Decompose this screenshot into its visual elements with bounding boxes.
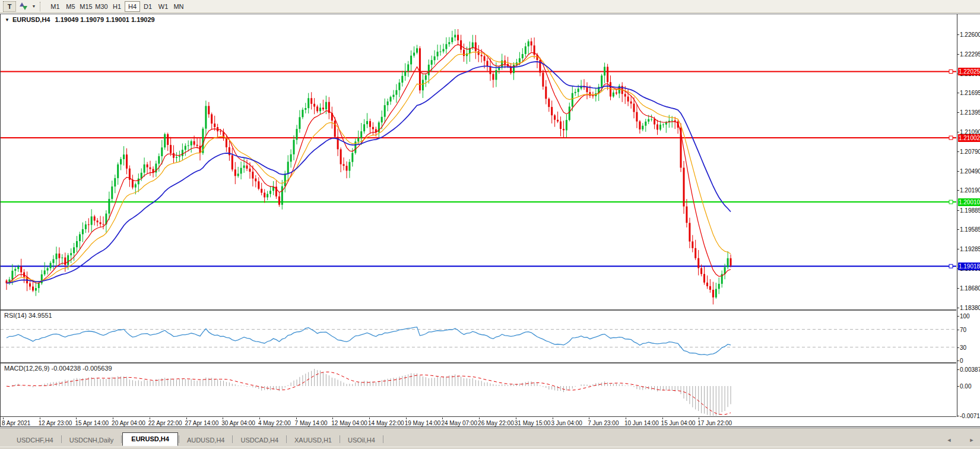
tab-separator xyxy=(383,435,383,443)
main-chart-pane[interactable] xyxy=(1,14,956,311)
rsi-indicator-label: RSI(14) 34.9551 xyxy=(4,312,52,319)
chart-tab-usoil[interactable]: USOil,H4 xyxy=(341,435,382,446)
time-tick-label: 26 May 22:00 xyxy=(478,420,514,426)
time-tick-label: 15 Apr 14:00 xyxy=(75,420,109,426)
time-tick-mark xyxy=(553,418,553,419)
time-tick-label: 8 Apr 2021 xyxy=(2,420,30,426)
time-tick-mark xyxy=(516,418,516,419)
chart-tab-usdcnh[interactable]: USDCNH,Daily xyxy=(62,435,121,446)
toolbar: T ▼ M1M5M15M30H1H4D1W1MN xyxy=(0,0,980,13)
tab-scroll-left-button[interactable]: ◄ xyxy=(946,437,953,443)
time-tick-label: 17 Jun 22:00 xyxy=(697,420,732,426)
price-tick-label: 1.19585 xyxy=(960,226,980,233)
rsi-tick-label: 100 xyxy=(960,313,980,320)
time-tick-mark xyxy=(662,418,663,419)
time-tick-label: 10 Jun 14:00 xyxy=(624,420,659,426)
chart-tab-xauusd[interactable]: XAUUSD,H1 xyxy=(287,435,339,446)
time-tick-label: 12 May 04:00 xyxy=(331,420,367,426)
macd-tick-label: -0.00719 xyxy=(960,413,980,419)
time-tick-label: 7 May 14:00 xyxy=(295,420,328,426)
timeframe-button-group: M1M5M15M30H1H4D1W1MN xyxy=(47,1,186,12)
tab-separator xyxy=(121,435,122,443)
timeframe-button-m1[interactable]: M1 xyxy=(47,1,63,12)
timeframe-button-h1[interactable]: H1 xyxy=(109,1,125,12)
price-tick-label: 1.21695 xyxy=(960,90,980,96)
time-tick-mark xyxy=(479,418,480,419)
price-tick-label: 1.20490 xyxy=(960,168,980,175)
time-tick-mark xyxy=(40,418,40,419)
rsi-name: RSI(14) xyxy=(4,312,27,319)
price-tick-label: 1.21395 xyxy=(960,109,980,116)
price-tick-label: 1.18680 xyxy=(960,285,980,292)
macd-tick-label: 0.003873 xyxy=(960,366,980,373)
chart-tab-bar: USDCHF,H4USDCNH,DailyEURUSD,H4AUDUSD,H4U… xyxy=(0,428,980,447)
timeframe-button-m15[interactable]: M15 xyxy=(78,1,94,12)
time-tick-label: 27 Apr 14:00 xyxy=(185,420,219,426)
price-tick-label: 1.20190 xyxy=(960,187,980,194)
time-axis[interactable]: 8 Apr 202112 Apr 23:0015 Apr 14:0020 Apr… xyxy=(1,418,956,428)
arrows-dropdown-caret-icon[interactable]: ▼ xyxy=(30,1,37,12)
time-tick-label: 14 May 22:00 xyxy=(368,420,404,426)
time-tick-mark xyxy=(223,418,223,419)
price-line-tag: 1.22025 xyxy=(958,68,980,75)
toolbar-grip xyxy=(40,2,44,11)
time-tick-mark xyxy=(589,418,589,419)
chart-tab-usdcad[interactable]: USDCAD,H4 xyxy=(233,435,286,446)
chart-tab-audusd[interactable]: AUDUSD,H4 xyxy=(180,435,232,446)
price-line-tag: 1.21002 xyxy=(958,134,980,142)
timeframe-button-m5[interactable]: M5 xyxy=(63,1,78,12)
time-tick-mark xyxy=(3,418,4,419)
arrows-tool-button[interactable] xyxy=(16,1,30,12)
mt4-window: T ▼ M1M5M15M30H1H4D1W1MN ▼EURUSD,H41.190… xyxy=(0,0,980,449)
time-tick-label: 30 Apr 04:00 xyxy=(221,420,255,426)
price-tick-label: 1.19885 xyxy=(960,207,980,214)
chart-tab-usdchf[interactable]: USDCHF,H4 xyxy=(9,435,61,446)
price-tick-label: 1.18380 xyxy=(960,305,980,311)
price-line-tag: 1.20010 xyxy=(958,198,980,206)
macd-tick-label: 0.00 xyxy=(960,383,980,390)
tab-separator xyxy=(61,435,62,443)
bottom-scrollbar[interactable] xyxy=(0,447,980,449)
text-tool-button[interactable]: T xyxy=(3,1,16,12)
time-tick-label: 22 Apr 22:00 xyxy=(148,420,182,426)
price-tick-label: 1.22600 xyxy=(960,31,980,38)
time-tick-mark xyxy=(259,418,260,419)
time-tick-mark xyxy=(150,418,150,419)
timeframe-button-w1[interactable]: W1 xyxy=(156,1,171,12)
macd-pane[interactable] xyxy=(1,363,956,417)
time-tick-mark xyxy=(369,418,370,419)
time-tick-label: 24 May 07:00 xyxy=(441,420,477,426)
timeframe-button-m30[interactable]: M30 xyxy=(94,1,109,12)
price-line-tag: 1.19018 xyxy=(958,263,980,270)
chart-ohlc-values: 1.19049 1.19079 1.19001 1.19029 xyxy=(55,16,155,23)
macd-indicator-label: MACD(12,26,9) -0.004238 -0.005639 xyxy=(4,365,112,372)
chart-tab-eurusd[interactable]: EURUSD,H4 xyxy=(122,432,178,446)
time-tick-label: 15 Jun 04:00 xyxy=(661,420,696,426)
rsi-tick-label: 30 xyxy=(960,344,980,351)
chart-symbol-period: EURUSD,H4 xyxy=(12,16,50,23)
tab-separator xyxy=(340,435,340,443)
time-tick-mark xyxy=(332,418,333,419)
rsi-value: 34.9551 xyxy=(28,312,52,319)
rsi-tick-label: 70 xyxy=(960,327,980,333)
timeframe-button-h4[interactable]: H4 xyxy=(125,1,140,12)
tab-separator xyxy=(286,435,287,443)
time-tick-mark xyxy=(186,418,187,419)
price-axis[interactable]: 1.226001.222951.219951.216951.213951.210… xyxy=(957,14,980,417)
timeframe-button-d1[interactable]: D1 xyxy=(140,1,156,12)
chart-tabs: USDCHF,H4USDCNH,DailyEURUSD,H4AUDUSD,H4U… xyxy=(9,433,384,446)
price-tick-label: 1.22295 xyxy=(960,51,980,58)
timeframe-button-mn[interactable]: MN xyxy=(171,1,186,12)
time-tick-mark xyxy=(699,418,699,419)
arrow-down-icon xyxy=(23,6,27,10)
macd-values: -0.004238 -0.005639 xyxy=(51,365,112,372)
tab-scroll-right-button[interactable]: ► xyxy=(968,437,975,443)
time-tick-label: 12 Apr 23:00 xyxy=(39,420,72,426)
chart-menu-marker-icon[interactable]: ▼ xyxy=(5,17,9,23)
rsi-pane[interactable] xyxy=(1,311,956,363)
time-tick-mark xyxy=(442,418,443,419)
time-tick-mark xyxy=(626,418,626,419)
time-tick-mark xyxy=(76,418,77,419)
time-tick-label: 20 Apr 04:00 xyxy=(112,420,145,426)
time-tick-label: 31 May 15:00 xyxy=(515,420,551,426)
